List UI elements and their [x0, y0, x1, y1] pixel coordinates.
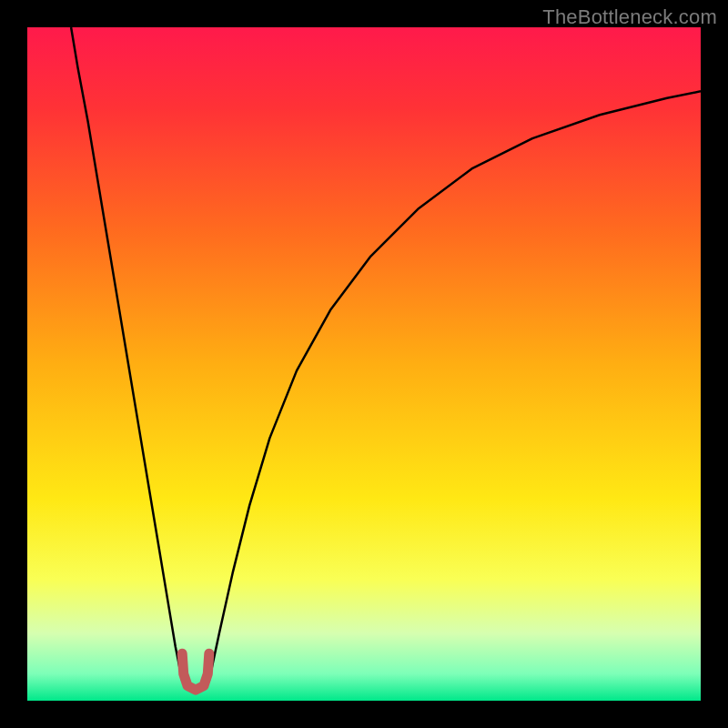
- chart-svg: [27, 27, 701, 701]
- plot-area: [27, 27, 701, 701]
- watermark-text: TheBottleneck.com: [542, 5, 717, 29]
- chart-frame: TheBottleneck.com: [0, 0, 728, 728]
